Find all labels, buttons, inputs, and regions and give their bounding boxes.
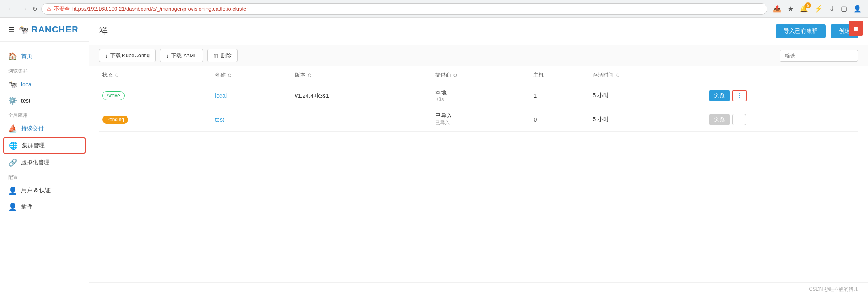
sidebar-item-home[interactable]: 🏠 首页: [0, 48, 89, 64]
cell-version-1: –: [292, 107, 432, 132]
extension-button[interactable]: ⚡: [813, 4, 824, 13]
rancher-logo: 🐄 RANCHER: [19, 24, 79, 35]
col-hosts-label: 主机: [533, 72, 544, 78]
reload-button[interactable]: ↻: [32, 4, 37, 13]
status-badge-0: Active: [102, 91, 125, 100]
cluster-link-1[interactable]: test: [215, 116, 224, 123]
footer: CSDN @睡不醒的猪儿: [89, 282, 868, 296]
cluster-link-0[interactable]: local: [215, 92, 227, 99]
cd-icon: ⛵: [8, 124, 17, 133]
delete-button[interactable]: 🗑 删除: [207, 49, 238, 62]
sidebar-users-label: 用户 & 认证: [21, 187, 51, 194]
sidebar-item-cd[interactable]: ⛵ 持续交付: [0, 120, 89, 137]
table-container: 状态 ⬡ 名称 ⬡ 版本 ⬡ 提供商 ⬡: [89, 66, 868, 282]
sidebar-item-cluster-mgmt[interactable]: 🌐 集群管理: [3, 137, 86, 154]
home-icon: 🏠: [8, 52, 17, 61]
col-provider-label: 提供商: [435, 72, 451, 78]
col-version-label: 版本: [295, 72, 305, 78]
window-button[interactable]: ▢: [839, 4, 849, 13]
test-cluster-icon: ⚙️: [8, 96, 17, 105]
filter-area[interactable]: [780, 50, 858, 62]
cell-provider-0: 本地 K3s: [432, 84, 530, 107]
col-status-sort: ⬡: [115, 73, 119, 77]
more-button-1[interactable]: ⋮: [732, 114, 746, 125]
cell-provider-1: 已导入 已导入: [432, 107, 530, 132]
sidebar-item-local[interactable]: 🐄 local: [0, 76, 89, 92]
browser-nav[interactable]: ← → ↻: [5, 4, 37, 13]
download-yaml-icon: ↓: [166, 53, 169, 59]
cell-version-0: v1.24.4+k3s1: [292, 84, 432, 107]
col-actions: [706, 66, 858, 84]
virt-icon: 🔗: [8, 158, 17, 167]
back-button[interactable]: ←: [5, 4, 16, 13]
user-icon: 👤: [8, 186, 17, 195]
sidebar-nav: 🏠 首页 浏览集群 🐄 local ⚙️ test 全局应用 ⛵ 持续交付 🌐 …: [0, 42, 89, 296]
cluster-mgmt-icon: 🌐: [9, 141, 18, 150]
cell-uptime-0: 5 小时: [589, 84, 706, 107]
filter-input[interactable]: [780, 50, 858, 62]
col-version[interactable]: 版本 ⬡: [292, 66, 432, 84]
col-provider-sort: ⬡: [453, 73, 457, 77]
provider-main-0: 本地: [435, 89, 527, 97]
sidebar-item-plugins[interactable]: 👤 插件: [0, 199, 89, 215]
cell-hosts-1: 0: [530, 107, 589, 132]
sidebar: ☰ 🐄 RANCHER 🏠 首页 浏览集群 🐄 local ⚙️ test: [0, 18, 89, 296]
import-cluster-button[interactable]: 导入已有集群: [776, 24, 826, 38]
col-name[interactable]: 名称 ⬡: [212, 66, 292, 84]
insecure-icon: ⚠: [47, 6, 52, 12]
notification-button[interactable]: 5 🔔: [798, 4, 810, 13]
sidebar-item-virt[interactable]: 🔗 虚拟化管理: [0, 154, 89, 171]
action-bar-left: ↓ 下载 KubeConfig ↓ 下载 YAML 🗑 删除: [99, 49, 238, 62]
logo-text: RANCHER: [31, 24, 79, 35]
more-button-0[interactable]: ⋮: [732, 90, 747, 101]
bookmark-button[interactable]: ★: [786, 4, 795, 13]
table-header: 状态 ⬡ 名称 ⬡ 版本 ⬡ 提供商 ⬡: [99, 66, 858, 84]
col-provider[interactable]: 提供商 ⬡: [432, 66, 530, 84]
sidebar-local-label: local: [21, 81, 33, 88]
watermark-text: CSDN @睡不醒的猪儿: [809, 286, 858, 292]
table-row: Pending test – 已导入 已导入 0 5 小时 浏览 ⋮: [99, 107, 858, 132]
provider-sub-0: K3s: [435, 97, 527, 102]
page-title: 祥: [99, 25, 108, 37]
sidebar-home-label: 首页: [21, 53, 32, 60]
delete-icon: 🗑: [213, 53, 219, 59]
browse-button-0[interactable]: 浏览: [709, 90, 730, 101]
app-container: ☰ 🐄 RANCHER 🏠 首页 浏览集群 🐄 local ⚙️ test: [0, 18, 868, 296]
col-uptime[interactable]: 存活时间 ⬡: [589, 66, 706, 84]
download-kubeconfig-icon: ↓: [105, 53, 108, 59]
url-text[interactable]: https://192.168.100.21/dashboard/c/_/man…: [72, 6, 762, 12]
plugins-icon: 👤: [8, 202, 17, 211]
cell-status-0: Active: [99, 84, 212, 107]
cow-icon: 🐄: [19, 25, 29, 34]
cell-actions-1: 浏览 ⋮: [706, 107, 858, 132]
cell-uptime-1: 5 小时: [589, 107, 706, 132]
sidebar-item-users[interactable]: 👤 用户 & 认证: [0, 182, 89, 199]
download-kubeconfig-button[interactable]: ↓ 下载 KubeConfig: [99, 49, 156, 62]
global-apps-label: 全局应用: [0, 109, 89, 120]
top-bar-left: 祥: [99, 25, 108, 37]
sidebar-item-test[interactable]: ⚙️ test: [0, 92, 89, 109]
share-button[interactable]: 📤: [771, 4, 783, 13]
download-yaml-label: 下载 YAML: [171, 52, 197, 59]
browse-button-1[interactable]: 浏览: [709, 114, 730, 125]
col-uptime-label: 存活时间: [593, 72, 614, 78]
download-yaml-button[interactable]: ↓ 下载 YAML: [160, 49, 203, 62]
hamburger-button[interactable]: ☰: [8, 25, 15, 34]
cell-name-0: local: [212, 84, 292, 107]
col-version-sort: ⬡: [308, 73, 312, 77]
top-right-icon[interactable]: ■: [849, 21, 863, 36]
cell-name-1: test: [212, 107, 292, 132]
provider-main-1: 已导入: [435, 112, 527, 120]
col-uptime-sort: ⬡: [616, 73, 620, 77]
row-actions-1: 浏览 ⋮: [709, 114, 855, 125]
sidebar-test-label: test: [21, 97, 30, 104]
status-badge-1: Pending: [102, 116, 128, 124]
address-bar[interactable]: ⚠ 不安全 https://192.168.100.21/dashboard/c…: [41, 3, 767, 15]
sidebar-header: ☰ 🐄 RANCHER: [0, 18, 89, 42]
col-status[interactable]: 状态 ⬡: [99, 66, 212, 84]
forward-button[interactable]: →: [19, 4, 30, 13]
user-profile-button[interactable]: 👤: [852, 4, 863, 13]
table-body: Active local v1.24.4+k3s1 本地 K3s 1 5 小时 …: [99, 84, 858, 132]
sidebar-cd-label: 持续交付: [21, 125, 44, 132]
download-button[interactable]: ⇓: [827, 4, 836, 13]
